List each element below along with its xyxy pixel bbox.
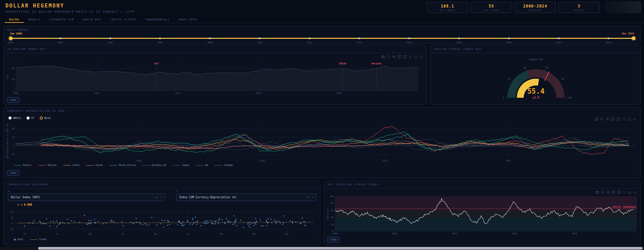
svg-text:40: 40 — [12, 127, 15, 130]
slider-handle-right[interactable] — [632, 36, 635, 40]
tab-world-map[interactable]: WORLD MAP — [78, 16, 105, 23]
slider-year-label: 2016 — [407, 41, 412, 44]
date-range-title: DATE RANGE — [7, 29, 28, 31]
autoscale-icon[interactable] — [408, 54, 412, 59]
legend-item-uk[interactable]: UK — [196, 164, 208, 167]
slider-year-label: 2004 — [107, 41, 113, 44]
legend-item-brazil[interactable]: Brazil — [14, 164, 32, 167]
legend-item-russia[interactable]: Russia — [38, 164, 56, 167]
dashboard: DOLLAR HEGEMONY QUANTIFYING US DOLLAR DO… — [0, 0, 644, 250]
tab-fundamentals[interactable]: FUNDAMENTALS — [141, 16, 174, 23]
currency-csv-button[interactable]: CSV — [7, 170, 19, 176]
chevron-down-icon[interactable]: ▾ — [312, 196, 313, 199]
clear-icon[interactable]: × — [307, 196, 309, 199]
svg-text:0: 0 — [12, 222, 13, 225]
slider-tick-2024 — [608, 37, 609, 39]
legend-line-icon — [196, 165, 204, 166]
radio-circle-icon[interactable] — [9, 116, 12, 120]
radio-g7[interactable]: G7 — [27, 116, 34, 120]
plotly-logo-icon[interactable] — [633, 190, 638, 194]
stat-card-coverage: 2000-2024COVERAGE — [514, 2, 556, 13]
legend-item-japan[interactable]: Japan — [173, 164, 189, 167]
app-title: DOLLAR HEGEMONY — [5, 3, 64, 9]
plotly-logo-icon[interactable] — [632, 117, 637, 121]
svg-text:105: 105 — [252, 233, 256, 235]
legend-line-icon — [109, 165, 117, 166]
legend-item-india[interactable]: India — [63, 164, 80, 167]
stat-label: COVERAGE — [528, 9, 542, 11]
date-slider[interactable]: 2000200220042006200820102012201420162018… — [11, 36, 633, 41]
tab-scenario-sim[interactable]: SCENARIO SIM — [45, 16, 78, 23]
legend-label: Russia — [48, 164, 56, 167]
correlation-scatter-chart[interactable]: -1001020707580859095100105110 — [6, 207, 319, 237]
camera-icon[interactable] — [595, 190, 599, 194]
zoom-icon[interactable] — [600, 117, 604, 121]
radio-both[interactable]: Both — [40, 116, 51, 120]
chevron-down-icon[interactable]: ▾ — [160, 196, 162, 199]
home-icon[interactable] — [413, 54, 418, 59]
zoom-out-icon[interactable] — [616, 117, 621, 121]
y-axis-select[interactable]: India 12M Currency Depreciation (%) × ▾ — [176, 193, 317, 201]
x-axis-select[interactable]: Dollar Index (DXY) × ▾ — [8, 193, 165, 201]
clear-icon[interactable]: × — [156, 196, 157, 199]
dxy-csv-button[interactable]: CSV — [7, 97, 19, 103]
x-axis-select-label: X — [8, 190, 9, 193]
legend-label: China — [96, 164, 103, 167]
legend-item-canada[interactable]: Canada — [215, 164, 233, 167]
stat-value: 55 — [489, 4, 494, 9]
currency-scope-radios: BRICSG7Both — [9, 116, 51, 120]
stat-value: 2000-2024 — [523, 4, 547, 9]
legend-item-germany_eu[interactable]: Germany_EU — [142, 164, 166, 167]
legend-label: Japan — [182, 164, 189, 167]
camera-icon[interactable] — [594, 117, 599, 121]
zoom-in-icon[interactable] — [611, 117, 615, 121]
tab-models[interactable]: MODELS — [24, 16, 45, 23]
radio-circle-icon[interactable] — [40, 116, 43, 120]
slider-year-label: 2000 — [8, 41, 13, 44]
pan-icon[interactable] — [605, 117, 610, 121]
slider-handle-left[interactable] — [9, 36, 13, 40]
home-icon[interactable] — [628, 190, 632, 194]
camera-icon[interactable] — [381, 54, 385, 59]
autoscale-icon[interactable] — [622, 117, 626, 121]
pan-icon[interactable] — [606, 190, 610, 194]
zoom-icon[interactable] — [386, 54, 391, 59]
svg-text:40: 40 — [523, 66, 526, 69]
plotly-logo-icon[interactable] — [419, 54, 423, 59]
svg-text:40: 40 — [331, 216, 334, 219]
svg-text:80: 80 — [561, 78, 564, 80]
home-icon[interactable] — [627, 117, 631, 121]
svg-text:Ukraine: Ukraine — [371, 62, 382, 65]
horizontal-scrollbar[interactable] — [0, 247, 644, 250]
legend-line-icon — [14, 165, 21, 166]
svg-text:DSI Score: DSI Score — [326, 208, 329, 220]
slider-track[interactable] — [11, 38, 633, 39]
timeline-chart[interactable]: 02040608010020002005201020152020DSI Scor… — [326, 194, 639, 237]
tab-macro[interactable]: MACRO — [5, 16, 24, 23]
tab-news-feed[interactable]: NEWS FEED — [174, 16, 202, 23]
pan-icon[interactable] — [392, 54, 396, 59]
dxy-chart[interactable]: 05010020002005201020152020DXYGFCCOVIDUkr… — [6, 59, 425, 98]
slider-tick-2008 — [209, 37, 211, 39]
stat-card-alerts: 3ALERTS — [558, 2, 600, 13]
legend-item-south_africa[interactable]: South_Africa — [109, 164, 136, 167]
svg-text:75: 75 — [56, 233, 58, 235]
svg-text:2020: 2020 — [337, 92, 342, 95]
svg-text:90: 90 — [154, 233, 157, 235]
zoom-out-icon[interactable] — [617, 190, 621, 194]
radio-circle-icon[interactable] — [27, 116, 30, 120]
zoom-in-icon[interactable] — [397, 54, 402, 59]
scrollbar-thumb[interactable] — [38, 247, 643, 250]
tab-crisis-alerts[interactable]: CRISIS ALERTS — [106, 16, 141, 23]
app-subtitle: QUANTIFYING US DOLLAR DOMINANCE BRICS VS… — [5, 10, 134, 13]
slider-year-label: 2012 — [307, 41, 312, 44]
zoom-in-icon[interactable] — [611, 190, 616, 194]
svg-text:50: 50 — [12, 78, 15, 81]
legend-item-china[interactable]: China — [86, 164, 103, 167]
radio-brics[interactable]: BRICS — [9, 116, 21, 120]
currency-chart[interactable]: -2002040200520102015202012M Depreciation… — [6, 122, 639, 165]
autoscale-icon[interactable] — [622, 190, 627, 194]
timeline-csv-button[interactable]: CSV — [327, 237, 340, 243]
zoom-out-icon[interactable] — [403, 54, 407, 59]
zoom-icon[interactable] — [600, 190, 605, 194]
